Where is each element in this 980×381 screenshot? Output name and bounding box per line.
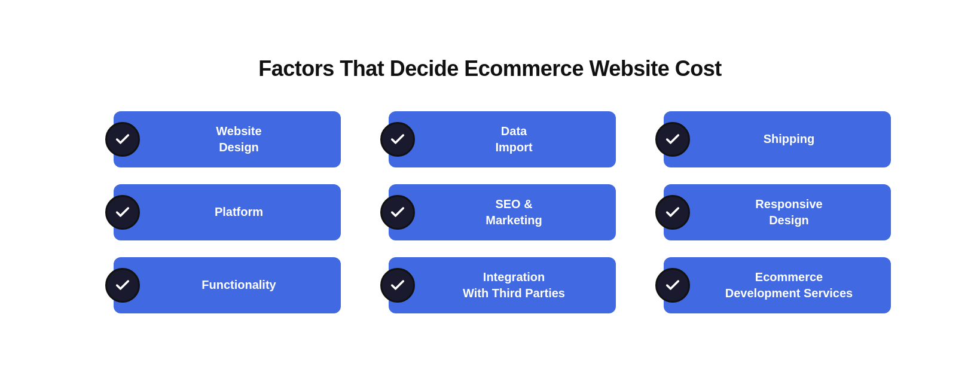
check-icon — [380, 195, 415, 230]
card-label-platform: Platform — [152, 204, 326, 220]
check-icon — [105, 268, 140, 303]
card-website-design: WebsiteDesign — [114, 111, 341, 167]
check-icon — [380, 268, 415, 303]
card-label-seo-marketing: SEO &Marketing — [427, 196, 602, 228]
card-label-website-design: WebsiteDesign — [152, 123, 326, 156]
factors-grid: WebsiteDesign DataImport Shipping Platfo… — [114, 111, 891, 313]
page-container: Factors That Decide Ecommerce Website Co… — [0, 32, 980, 349]
card-platform: Platform — [114, 184, 341, 240]
card-label-ecommerce-development: EcommerceDevelopment Services — [702, 269, 877, 301]
card-label-shipping: Shipping — [702, 131, 877, 147]
card-label-responsive-design: ResponsiveDesign — [702, 196, 877, 228]
check-icon — [105, 195, 140, 230]
check-icon — [655, 195, 690, 230]
check-icon — [655, 268, 690, 303]
card-integration-third-parties: IntegrationWith Third Parties — [389, 257, 616, 313]
card-label-functionality: Functionality — [152, 277, 326, 293]
card-ecommerce-development: EcommerceDevelopment Services — [664, 257, 891, 313]
card-functionality: Functionality — [114, 257, 341, 313]
check-icon — [655, 122, 690, 157]
check-icon — [380, 122, 415, 157]
card-label-data-import: DataImport — [427, 123, 602, 156]
card-responsive-design: ResponsiveDesign — [664, 184, 891, 240]
page-title: Factors That Decide Ecommerce Website Co… — [48, 56, 932, 81]
card-label-integration-third-parties: IntegrationWith Third Parties — [427, 269, 602, 301]
card-shipping: Shipping — [664, 111, 891, 167]
check-icon — [105, 122, 140, 157]
card-seo-marketing: SEO &Marketing — [389, 184, 616, 240]
card-data-import: DataImport — [389, 111, 616, 167]
